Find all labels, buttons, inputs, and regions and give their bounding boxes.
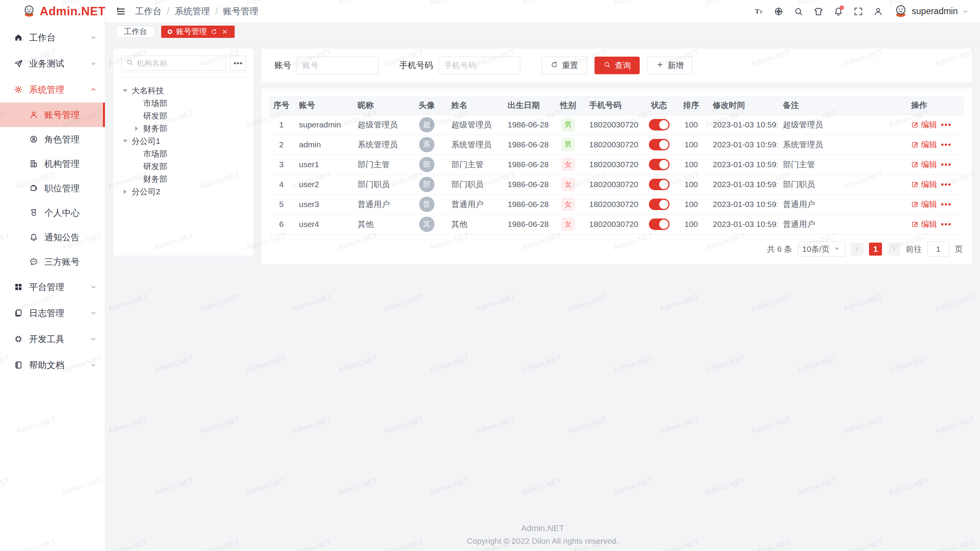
sidebar-item-帮助文档[interactable]: 帮助文档 xyxy=(0,352,105,378)
tab-refresh-icon[interactable] xyxy=(211,28,217,35)
role-icon xyxy=(29,135,38,144)
edit-button[interactable]: 编辑 xyxy=(911,119,937,130)
query-button[interactable]: 查询 xyxy=(595,57,640,74)
status-toggle[interactable] xyxy=(649,218,670,230)
page-size-select[interactable]: 10条/页 xyxy=(797,241,845,257)
cell-name: 系统管理员 xyxy=(446,135,502,155)
tree-node-分公司1[interactable]: 分公司1 xyxy=(121,135,246,147)
collapse-menu-icon[interactable] xyxy=(116,7,126,16)
tree-caret-icon[interactable] xyxy=(121,86,129,95)
cell-status xyxy=(643,214,675,234)
edit-button[interactable]: 编辑 xyxy=(911,139,937,150)
home-icon xyxy=(14,33,23,42)
edit-button[interactable]: 编辑 xyxy=(911,179,937,190)
mug-icon xyxy=(29,184,38,193)
edit-button[interactable]: 编辑 xyxy=(911,159,937,170)
row-more-button[interactable]: ••• xyxy=(941,160,952,169)
language-icon[interactable] xyxy=(770,3,787,20)
goto-page-input[interactable] xyxy=(927,241,949,257)
person-icon[interactable] xyxy=(870,3,887,20)
table-header-row: 序号账号昵称头像姓名出生日期性别手机号码状态排序修改时间备注操作 xyxy=(269,96,964,115)
cell-avatar: 部 xyxy=(407,174,446,194)
font-size-icon[interactable]: TT xyxy=(750,3,767,20)
cell-nickname: 普通用户 xyxy=(352,194,407,214)
sidebar-item-label: 帮助文档 xyxy=(29,359,83,371)
row-more-button[interactable]: ••• xyxy=(941,140,952,149)
tab-close-icon[interactable] xyxy=(221,28,228,35)
breadcrumb-item[interactable]: 系统管理 xyxy=(175,5,210,17)
sidebar-item-label: 开发工具 xyxy=(29,333,83,345)
goto-label: 前往 xyxy=(906,244,922,254)
tree-node-市场部[interactable]: 市场部 xyxy=(121,97,246,109)
org-search-input[interactable] xyxy=(137,59,221,68)
main-content: ••• 大名科技 市场部 研发部 财务部 分公司1 市场部 研发部 财务部 分公… xyxy=(105,41,980,551)
prev-page-button[interactable] xyxy=(851,243,864,256)
breadcrumb-item[interactable]: 工作台 xyxy=(135,5,162,17)
sidebar-item-角色管理[interactable]: 角色管理 xyxy=(0,127,105,152)
theme-shirt-icon[interactable] xyxy=(810,3,827,20)
tree-caret-icon[interactable] xyxy=(121,137,129,145)
sidebar-item-label: 业务测试 xyxy=(29,58,83,70)
cell-sort: 100 xyxy=(675,214,707,234)
status-toggle[interactable] xyxy=(649,159,670,170)
tree-caret-icon[interactable] xyxy=(132,124,141,133)
sidebar-item-三方账号[interactable]: 三方账号 xyxy=(0,249,105,274)
tree-node-分公司2[interactable]: 分公司2 xyxy=(121,185,246,198)
tab-工作台[interactable]: 工作台 xyxy=(116,26,155,38)
tree-node-大名科技[interactable]: 大名科技 xyxy=(121,84,246,97)
sidebar-item-开发工具[interactable]: 开发工具 xyxy=(0,326,105,352)
breadcrumb-separator: / xyxy=(167,6,169,16)
edit-button[interactable]: 编辑 xyxy=(911,219,937,230)
tree-node-研发部[interactable]: 研发部 xyxy=(121,160,246,173)
table-row: 2 admin 系统管理员 系 系统管理员 1986-06-28 男 18020… xyxy=(269,135,964,155)
account-input[interactable] xyxy=(297,57,379,74)
tree-node-财务部[interactable]: 财务部 xyxy=(121,173,246,185)
edit-button[interactable]: 编辑 xyxy=(911,199,937,210)
sidebar-item-职位管理[interactable]: 职位管理 xyxy=(0,176,105,201)
app-root: Admin.NET 工作台 业务测试 系统管理 账号管理 角色管理 机构管理 职… xyxy=(0,0,980,551)
status-toggle[interactable] xyxy=(649,119,670,130)
tree-node-市场部[interactable]: 市场部 xyxy=(121,147,246,160)
tree-node-研发部[interactable]: 研发部 xyxy=(121,109,246,122)
cell-name: 其他 xyxy=(446,214,502,234)
row-more-button[interactable]: ••• xyxy=(941,200,952,209)
fullscreen-icon[interactable] xyxy=(850,3,867,20)
cell-remark: 部门主管 xyxy=(777,155,906,174)
sidebar-item-业务测试[interactable]: 业务测试 xyxy=(0,51,105,77)
row-more-button[interactable]: ••• xyxy=(941,180,952,189)
tree-node-财务部[interactable]: 财务部 xyxy=(121,122,246,135)
cell-account: user3 xyxy=(294,194,352,214)
breadcrumb-item[interactable]: 账号管理 xyxy=(223,5,258,17)
tab-账号管理[interactable]: 账号管理 xyxy=(161,26,235,38)
sidebar-item-日志管理[interactable]: 日志管理 xyxy=(0,300,105,326)
table-row: 3 user1 部门主管 部 部门主管 1986-06-28 女 1802003… xyxy=(269,155,964,174)
status-toggle[interactable] xyxy=(649,179,670,190)
status-toggle[interactable] xyxy=(649,199,670,210)
sidebar-item-通知公告[interactable]: 通知公告 xyxy=(0,225,105,249)
bell-icon[interactable] xyxy=(830,3,847,20)
tree-more-button[interactable]: ••• xyxy=(230,55,246,71)
status-toggle[interactable] xyxy=(649,139,670,150)
row-more-button[interactable]: ••• xyxy=(941,120,952,129)
search-icon[interactable] xyxy=(790,3,807,20)
current-page-button[interactable]: 1 xyxy=(869,243,882,256)
cell-time: 2023-01-03 10:59:44 xyxy=(707,214,777,234)
sidebar-item-平台管理[interactable]: 平台管理 xyxy=(0,274,105,300)
chevron-down-icon xyxy=(90,361,97,369)
sidebar-item-个人中心[interactable]: 个人中心 xyxy=(0,201,105,225)
row-more-button[interactable]: ••• xyxy=(941,220,952,229)
chevron-down-icon xyxy=(90,335,97,343)
phone-input[interactable] xyxy=(438,57,520,74)
tree-caret-icon[interactable] xyxy=(121,187,129,196)
sidebar-item-账号管理[interactable]: 账号管理 xyxy=(0,103,105,127)
sidebar-item-工作台[interactable]: 工作台 xyxy=(0,24,105,51)
docs-icon xyxy=(14,308,23,318)
add-button[interactable]: 新增 xyxy=(647,57,693,74)
cell-index: 4 xyxy=(269,174,294,194)
sidebar-item-系统管理[interactable]: 系统管理 xyxy=(0,77,105,103)
reset-button[interactable]: 重置 xyxy=(542,57,587,74)
sidebar-item-label: 系统管理 xyxy=(29,84,83,96)
user-menu[interactable]: superadmin xyxy=(893,3,969,20)
next-page-button[interactable] xyxy=(887,243,900,256)
sidebar-item-机构管理[interactable]: 机构管理 xyxy=(0,152,105,176)
